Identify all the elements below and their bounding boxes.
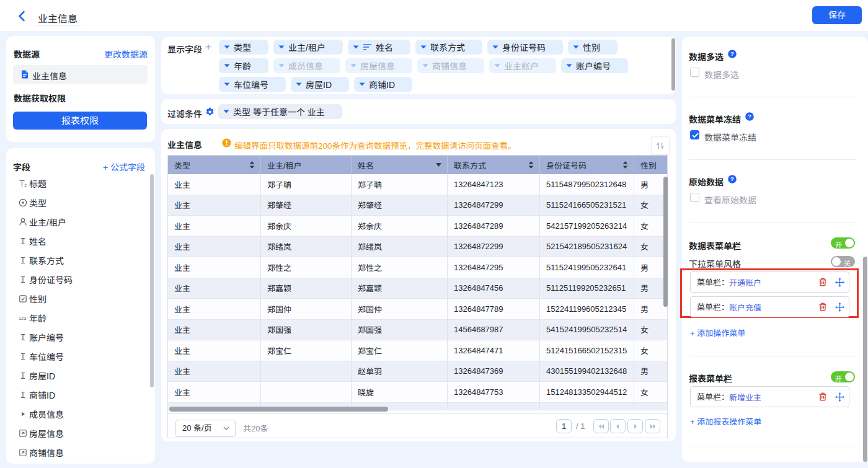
svg-text:123: 123 — [19, 316, 27, 321]
svg-text:?: ? — [730, 175, 734, 182]
svg-text:?: ? — [748, 113, 751, 120]
svg-text:?: ? — [730, 50, 734, 57]
